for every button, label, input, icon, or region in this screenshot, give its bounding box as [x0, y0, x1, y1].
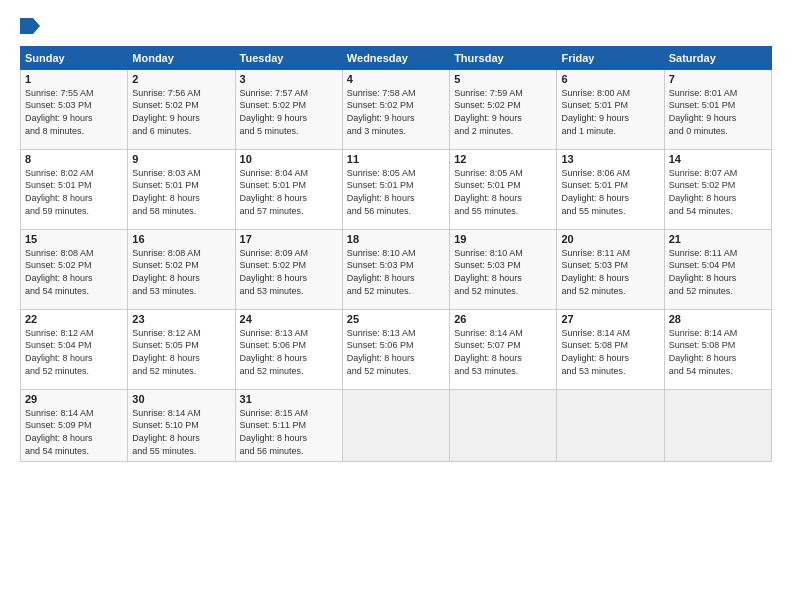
calendar-cell: 3Sunrise: 7:57 AM Sunset: 5:02 PM Daylig… — [235, 69, 342, 149]
calendar-cell: 27Sunrise: 8:14 AM Sunset: 5:08 PM Dayli… — [557, 309, 664, 389]
day-number: 15 — [25, 233, 123, 245]
day-info: Sunrise: 8:05 AM Sunset: 5:01 PM Dayligh… — [347, 167, 445, 217]
calendar-cell: 7Sunrise: 8:01 AM Sunset: 5:01 PM Daylig… — [664, 69, 771, 149]
day-number: 31 — [240, 393, 338, 405]
day-number: 9 — [132, 153, 230, 165]
day-number: 19 — [454, 233, 552, 245]
day-info: Sunrise: 8:08 AM Sunset: 5:02 PM Dayligh… — [132, 247, 230, 297]
calendar-cell: 11Sunrise: 8:05 AM Sunset: 5:01 PM Dayli… — [342, 149, 449, 229]
calendar-cell: 5Sunrise: 7:59 AM Sunset: 5:02 PM Daylig… — [450, 69, 557, 149]
day-number: 11 — [347, 153, 445, 165]
calendar-cell: 17Sunrise: 8:09 AM Sunset: 5:02 PM Dayli… — [235, 229, 342, 309]
day-info: Sunrise: 8:12 AM Sunset: 5:05 PM Dayligh… — [132, 327, 230, 377]
calendar-cell: 9Sunrise: 8:03 AM Sunset: 5:01 PM Daylig… — [128, 149, 235, 229]
calendar-cell: 6Sunrise: 8:00 AM Sunset: 5:01 PM Daylig… — [557, 69, 664, 149]
calendar-cell: 13Sunrise: 8:06 AM Sunset: 5:01 PM Dayli… — [557, 149, 664, 229]
calendar-cell: 25Sunrise: 8:13 AM Sunset: 5:06 PM Dayli… — [342, 309, 449, 389]
calendar-cell: 2Sunrise: 7:56 AM Sunset: 5:02 PM Daylig… — [128, 69, 235, 149]
day-number: 4 — [347, 73, 445, 85]
day-number: 2 — [132, 73, 230, 85]
calendar-cell: 19Sunrise: 8:10 AM Sunset: 5:03 PM Dayli… — [450, 229, 557, 309]
calendar-cell: 4Sunrise: 7:58 AM Sunset: 5:02 PM Daylig… — [342, 69, 449, 149]
day-info: Sunrise: 8:13 AM Sunset: 5:06 PM Dayligh… — [240, 327, 338, 377]
calendar-cell: 14Sunrise: 8:07 AM Sunset: 5:02 PM Dayli… — [664, 149, 771, 229]
day-number: 23 — [132, 313, 230, 325]
logo-arrow-icon — [20, 18, 40, 34]
calendar-cell: 30Sunrise: 8:14 AM Sunset: 5:10 PM Dayli… — [128, 389, 235, 461]
calendar-cell: 10Sunrise: 8:04 AM Sunset: 5:01 PM Dayli… — [235, 149, 342, 229]
day-number: 22 — [25, 313, 123, 325]
calendar-week-2: 8Sunrise: 8:02 AM Sunset: 5:01 PM Daylig… — [21, 149, 772, 229]
day-number: 25 — [347, 313, 445, 325]
calendar-cell — [557, 389, 664, 461]
day-info: Sunrise: 8:14 AM Sunset: 5:10 PM Dayligh… — [132, 407, 230, 457]
day-number: 8 — [25, 153, 123, 165]
calendar-page: SundayMondayTuesdayWednesdayThursdayFrid… — [0, 0, 792, 612]
calendar-week-5: 29Sunrise: 8:14 AM Sunset: 5:09 PM Dayli… — [21, 389, 772, 461]
day-info: Sunrise: 7:57 AM Sunset: 5:02 PM Dayligh… — [240, 87, 338, 137]
weekday-header-sunday: Sunday — [21, 46, 128, 69]
calendar-cell: 31Sunrise: 8:15 AM Sunset: 5:11 PM Dayli… — [235, 389, 342, 461]
weekday-header-monday: Monday — [128, 46, 235, 69]
day-info: Sunrise: 8:05 AM Sunset: 5:01 PM Dayligh… — [454, 167, 552, 217]
weekday-header-tuesday: Tuesday — [235, 46, 342, 69]
calendar-cell: 8Sunrise: 8:02 AM Sunset: 5:01 PM Daylig… — [21, 149, 128, 229]
day-number: 30 — [132, 393, 230, 405]
day-number: 27 — [561, 313, 659, 325]
logo-general — [20, 16, 40, 36]
calendar-cell: 26Sunrise: 8:14 AM Sunset: 5:07 PM Dayli… — [450, 309, 557, 389]
day-number: 13 — [561, 153, 659, 165]
day-number: 1 — [25, 73, 123, 85]
day-info: Sunrise: 8:11 AM Sunset: 5:03 PM Dayligh… — [561, 247, 659, 297]
calendar-cell: 22Sunrise: 8:12 AM Sunset: 5:04 PM Dayli… — [21, 309, 128, 389]
day-info: Sunrise: 8:10 AM Sunset: 5:03 PM Dayligh… — [454, 247, 552, 297]
day-info: Sunrise: 8:13 AM Sunset: 5:06 PM Dayligh… — [347, 327, 445, 377]
calendar-cell: 15Sunrise: 8:08 AM Sunset: 5:02 PM Dayli… — [21, 229, 128, 309]
day-info: Sunrise: 8:01 AM Sunset: 5:01 PM Dayligh… — [669, 87, 767, 137]
calendar-cell: 18Sunrise: 8:10 AM Sunset: 5:03 PM Dayli… — [342, 229, 449, 309]
day-number: 12 — [454, 153, 552, 165]
day-info: Sunrise: 8:07 AM Sunset: 5:02 PM Dayligh… — [669, 167, 767, 217]
calendar-cell: 24Sunrise: 8:13 AM Sunset: 5:06 PM Dayli… — [235, 309, 342, 389]
day-number: 10 — [240, 153, 338, 165]
calendar-cell: 21Sunrise: 8:11 AM Sunset: 5:04 PM Dayli… — [664, 229, 771, 309]
calendar-cell: 28Sunrise: 8:14 AM Sunset: 5:08 PM Dayli… — [664, 309, 771, 389]
day-info: Sunrise: 8:03 AM Sunset: 5:01 PM Dayligh… — [132, 167, 230, 217]
day-info: Sunrise: 8:06 AM Sunset: 5:01 PM Dayligh… — [561, 167, 659, 217]
day-info: Sunrise: 8:14 AM Sunset: 5:08 PM Dayligh… — [669, 327, 767, 377]
day-info: Sunrise: 7:58 AM Sunset: 5:02 PM Dayligh… — [347, 87, 445, 137]
svg-marker-0 — [20, 18, 40, 34]
day-number: 14 — [669, 153, 767, 165]
calendar-table: SundayMondayTuesdayWednesdayThursdayFrid… — [20, 46, 772, 462]
calendar-cell: 20Sunrise: 8:11 AM Sunset: 5:03 PM Dayli… — [557, 229, 664, 309]
weekday-header-wednesday: Wednesday — [342, 46, 449, 69]
calendar-week-3: 15Sunrise: 8:08 AM Sunset: 5:02 PM Dayli… — [21, 229, 772, 309]
calendar-cell — [664, 389, 771, 461]
day-info: Sunrise: 8:11 AM Sunset: 5:04 PM Dayligh… — [669, 247, 767, 297]
day-info: Sunrise: 8:10 AM Sunset: 5:03 PM Dayligh… — [347, 247, 445, 297]
day-info: Sunrise: 8:14 AM Sunset: 5:09 PM Dayligh… — [25, 407, 123, 457]
calendar-cell — [450, 389, 557, 461]
day-number: 16 — [132, 233, 230, 245]
day-info: Sunrise: 8:04 AM Sunset: 5:01 PM Dayligh… — [240, 167, 338, 217]
calendar-week-1: 1Sunrise: 7:55 AM Sunset: 5:03 PM Daylig… — [21, 69, 772, 149]
calendar-week-4: 22Sunrise: 8:12 AM Sunset: 5:04 PM Dayli… — [21, 309, 772, 389]
day-info: Sunrise: 8:00 AM Sunset: 5:01 PM Dayligh… — [561, 87, 659, 137]
day-info: Sunrise: 7:55 AM Sunset: 5:03 PM Dayligh… — [25, 87, 123, 137]
day-number: 3 — [240, 73, 338, 85]
day-number: 17 — [240, 233, 338, 245]
weekday-header-row: SundayMondayTuesdayWednesdayThursdayFrid… — [21, 46, 772, 69]
day-info: Sunrise: 8:09 AM Sunset: 5:02 PM Dayligh… — [240, 247, 338, 297]
day-info: Sunrise: 7:56 AM Sunset: 5:02 PM Dayligh… — [132, 87, 230, 137]
day-number: 7 — [669, 73, 767, 85]
calendar-cell: 12Sunrise: 8:05 AM Sunset: 5:01 PM Dayli… — [450, 149, 557, 229]
day-info: Sunrise: 8:15 AM Sunset: 5:11 PM Dayligh… — [240, 407, 338, 457]
day-number: 26 — [454, 313, 552, 325]
day-info: Sunrise: 8:02 AM Sunset: 5:01 PM Dayligh… — [25, 167, 123, 217]
day-info: Sunrise: 7:59 AM Sunset: 5:02 PM Dayligh… — [454, 87, 552, 137]
day-number: 20 — [561, 233, 659, 245]
logo — [20, 16, 40, 36]
weekday-header-saturday: Saturday — [664, 46, 771, 69]
day-info: Sunrise: 8:14 AM Sunset: 5:08 PM Dayligh… — [561, 327, 659, 377]
day-info: Sunrise: 8:12 AM Sunset: 5:04 PM Dayligh… — [25, 327, 123, 377]
